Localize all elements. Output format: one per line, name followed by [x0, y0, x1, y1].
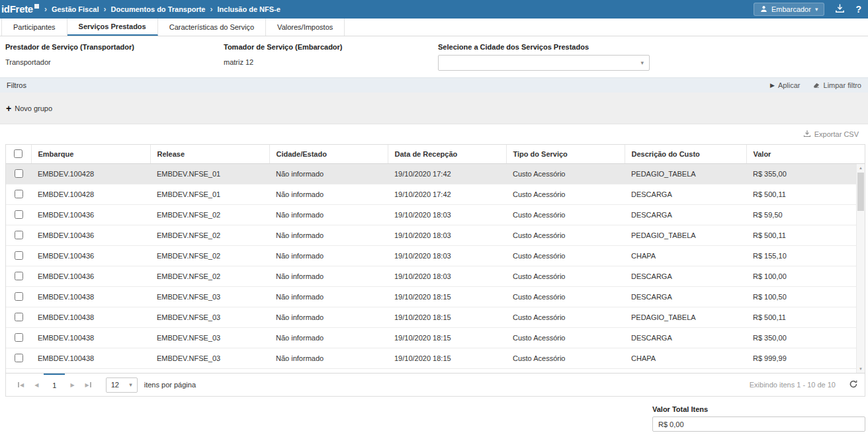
refresh-button[interactable] — [849, 379, 858, 390]
breadcrumb-item-gestao-fiscal[interactable]: Gestão Fiscal — [52, 5, 99, 13]
cell-data-recepcao: 19/10/2020 18:15 — [388, 307, 506, 328]
col-descricao-custo[interactable]: Descrição do Custo — [625, 145, 746, 163]
cell-data-recepcao: 19/10/2020 18:03 — [388, 205, 506, 225]
eraser-icon — [812, 81, 820, 90]
table-row[interactable]: EMBDEV.100438EMBDEV.NFSE_03Não informado… — [6, 348, 856, 369]
total-items-input[interactable] — [652, 416, 865, 432]
scroll-down-icon[interactable]: ▼ — [857, 365, 865, 373]
filter-group-band: + Novo grupo — [0, 93, 868, 124]
filters-actions: ▶ Aplicar Limpar filtro — [770, 81, 861, 90]
current-page-button[interactable]: 1 — [44, 374, 65, 396]
row-select-cell — [6, 246, 31, 266]
table-row[interactable]: EMBDEV.100438EMBDEV.NFSE_03Não informado… — [6, 328, 856, 348]
table-row[interactable]: EMBDEV.100436EMBDEV.NFSE_02Não informado… — [6, 266, 856, 287]
col-data-recepcao[interactable]: Data de Recepção — [388, 145, 506, 163]
pager: ◀ ◀ 1 ▶ ▶ 12 ▾ itens por página Exibindo… — [5, 373, 865, 397]
row-select-checkbox[interactable] — [15, 333, 23, 342]
tab-valores-impostos[interactable]: Valores/Impostos — [266, 19, 345, 36]
chevron-right-icon: › — [103, 5, 106, 14]
filters-bar: Filtros ▶ Aplicar Limpar filtro — [0, 77, 868, 93]
cell-embarque: EMBDEV.100438 — [31, 287, 150, 307]
tomador-field: Tomador de Serviço (Embarcador) matriz 1… — [224, 43, 343, 66]
scroll-up-icon[interactable]: ▲ — [857, 164, 865, 172]
select-all-cell — [6, 145, 31, 163]
cell-embarque: EMBDEV.100436 — [31, 246, 150, 266]
cell-cidade-estado: Não informado — [269, 266, 388, 287]
tab-servicos-prestados[interactable]: Serviços Prestados — [67, 19, 158, 36]
cell-descricao-custo: DESCARGA — [625, 205, 746, 225]
grid-body: EMBDEV.100428EMBDEV.NFSE_01Não informado… — [6, 164, 856, 369]
export-csv-label: Exportar CSV — [814, 130, 859, 138]
clear-filter-button[interactable]: Limpar filtro — [812, 81, 861, 90]
cell-data-recepcao: 19/10/2020 18:15 — [388, 287, 506, 307]
next-page-button[interactable]: ▶ — [65, 374, 79, 396]
apply-filter-button[interactable]: ▶ Aplicar — [770, 81, 801, 89]
cell-descricao-custo: DESCARGA — [625, 266, 746, 287]
export-csv-button[interactable]: Exportar CSV — [803, 130, 859, 139]
pager-right: Exibindo itens 1 - 10 de 10 — [750, 379, 858, 390]
cidade-field: Selecione a Cidade dos Serviços Prestado… — [438, 43, 650, 71]
vertical-scrollbar[interactable]: ▲ ▼ — [856, 164, 865, 373]
cell-descricao-custo: PEDAGIO_TABELA — [625, 307, 746, 328]
cell-valor: R$ 500,11 — [746, 184, 856, 205]
table-row[interactable]: EMBDEV.100436EMBDEV.NFSE_02Não informado… — [6, 205, 856, 225]
table-row[interactable]: EMBDEV.100428EMBDEV.NFSE_01Não informado… — [6, 164, 856, 184]
row-select-checkbox[interactable] — [15, 292, 23, 301]
logo-text: idFrete — [1, 1, 33, 18]
row-select-checkbox[interactable] — [15, 272, 23, 280]
help-button[interactable]: ? — [855, 4, 861, 15]
prestador-value: Transportador — [5, 58, 134, 66]
chevron-right-icon: › — [44, 5, 47, 14]
cell-embarque: EMBDEV.100428 — [31, 184, 150, 205]
cell-valor: R$ 155,10 — [746, 246, 856, 266]
previous-page-button[interactable]: ◀ — [29, 374, 44, 396]
tomador-label: Tomador de Serviço (Embarcador) — [224, 43, 343, 51]
cell-data-recepcao: 19/10/2020 18:15 — [388, 348, 506, 369]
row-select-checkbox[interactable] — [15, 313, 23, 321]
col-cidade-estado[interactable]: Cidade/Estado — [269, 145, 388, 163]
user-menu-button[interactable]: Embarcador ▾ — [754, 3, 824, 16]
city-select[interactable]: ▾ — [438, 55, 650, 71]
table-row[interactable]: EMBDEV.100436EMBDEV.NFSE_02Não informado… — [6, 225, 856, 246]
col-valor[interactable]: Valor — [746, 145, 856, 163]
table-row[interactable]: EMBDEV.100436EMBDEV.NFSE_02Não informado… — [6, 246, 856, 266]
first-page-button[interactable]: ◀ — [13, 374, 29, 396]
cell-release: EMBDEV.NFSE_02 — [150, 266, 269, 287]
cell-cidade-estado: Não informado — [269, 307, 388, 328]
scrollbar-thumb[interactable] — [857, 173, 864, 211]
chevron-down-icon: ▾ — [815, 6, 818, 13]
cell-valor: R$ 500,11 — [746, 307, 856, 328]
col-release[interactable]: Release — [150, 145, 269, 163]
cell-valor: R$ 500,11 — [746, 225, 856, 246]
table-row[interactable]: EMBDEV.100438EMBDEV.NFSE_03Não informado… — [6, 307, 856, 328]
col-embarque[interactable]: Embarque — [31, 145, 150, 163]
cell-data-recepcao: 19/10/2020 18:15 — [388, 328, 506, 348]
row-select-cell — [6, 184, 31, 205]
tab-participantes[interactable]: Participantes — [1, 19, 67, 36]
row-select-checkbox[interactable] — [15, 210, 23, 219]
select-all-checkbox[interactable] — [14, 149, 22, 158]
last-page-button[interactable]: ▶ — [80, 374, 97, 396]
download-button[interactable] — [835, 3, 845, 15]
row-select-checkbox[interactable] — [15, 169, 23, 178]
row-select-checkbox[interactable] — [15, 251, 23, 260]
cell-data-recepcao: 19/10/2020 17:42 — [388, 184, 506, 205]
new-group-button[interactable]: + Novo grupo — [6, 104, 52, 112]
cell-valor: R$ 100,50 — [746, 287, 856, 307]
row-select-checkbox[interactable] — [15, 231, 23, 239]
table-row[interactable]: EMBDEV.100428EMBDEV.NFSE_01Não informado… — [6, 184, 856, 205]
cell-valor: R$ 100,00 — [746, 266, 856, 287]
page-size-select[interactable]: 12 ▾ — [106, 377, 138, 393]
cell-descricao-custo: DESCARGA — [625, 184, 746, 205]
col-tipo-servico[interactable]: Tipo do Serviço — [506, 145, 625, 163]
prestador-label: Prestador de Serviço (Transportador) — [5, 43, 134, 51]
cell-valor: R$ 59,50 — [746, 205, 856, 225]
app-logo[interactable]: idFrete — [0, 1, 44, 18]
table-row[interactable]: EMBDEV.100438EMBDEV.NFSE_03Não informado… — [6, 287, 856, 307]
cell-embarque: EMBDEV.100436 — [31, 266, 150, 287]
breadcrumb-item-documentos-transporte[interactable]: Documentos do Transporte — [110, 5, 205, 13]
tab-caracteristicas-servico[interactable]: Características do Serviço — [158, 19, 266, 36]
row-select-checkbox[interactable] — [15, 190, 23, 198]
breadcrumb-item-inclusao-nfse[interactable]: Inclusão de NFS-e — [218, 5, 281, 13]
row-select-checkbox[interactable] — [15, 354, 23, 362]
